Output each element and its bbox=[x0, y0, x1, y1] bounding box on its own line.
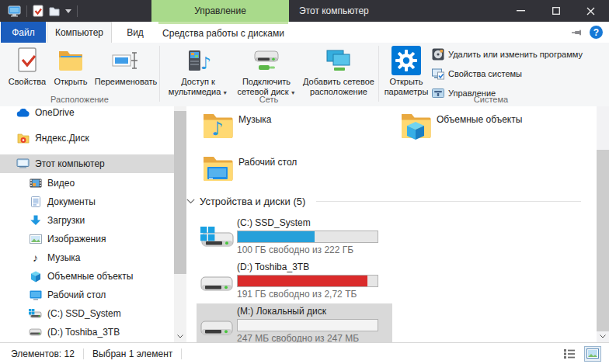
maximize-button[interactable] bbox=[538, 0, 573, 22]
sidebar-scrollbar-thumb[interactable] bbox=[174, 111, 186, 274]
customize-qat-chevron-icon[interactable] bbox=[65, 9, 71, 13]
window-title: Этот компьютер bbox=[299, 0, 369, 22]
system-drive-icon bbox=[197, 215, 237, 258]
properties-icon bbox=[16, 47, 38, 75]
add-network-location-button[interactable]: Добавить сетевое расположение bbox=[301, 47, 376, 97]
yandex-disk-icon bbox=[16, 133, 30, 144]
hard-drive-icon bbox=[197, 259, 237, 302]
capacity-bar-fill bbox=[238, 276, 367, 286]
rename-button[interactable]: Переименовать bbox=[90, 47, 162, 87]
content-scrollbar-thumb[interactable] bbox=[597, 150, 609, 331]
network-group-label: Сеть bbox=[159, 95, 378, 104]
network-drive-icon bbox=[252, 47, 280, 75]
this-pc-icon bbox=[16, 158, 30, 169]
system-properties-button[interactable]: Свойства системы bbox=[432, 68, 522, 80]
drive-tile-d[interactable]: (D:) Toshiba_3TB 191 ГБ свободно из 2,72… bbox=[197, 259, 392, 302]
sidebar-item-3d-objects[interactable]: Объемные объекты bbox=[0, 267, 174, 286]
sidebar-item-yandex-disk[interactable]: Яндекс.Диск bbox=[0, 129, 174, 147]
rename-label: Переименовать bbox=[95, 77, 158, 87]
file-list: ♪ Музыка Объемные объекты Рабочий стол bbox=[186, 106, 597, 342]
main-area: OneDrive Яндекс.Диск Этот компьютер Виде… bbox=[0, 106, 609, 342]
open-settings-button[interactable]: Открыть параметры bbox=[382, 47, 430, 97]
pin-ribbon-icon[interactable] bbox=[572, 29, 582, 36]
help-icon[interactable]: ? bbox=[590, 26, 603, 39]
capacity-bar bbox=[237, 275, 378, 287]
separator bbox=[83, 348, 84, 359]
capacity-bar bbox=[237, 231, 378, 243]
sidebar-item-label: Музыка bbox=[47, 252, 80, 263]
sidebar-item-music[interactable]: ♪ Музыка bbox=[0, 248, 174, 267]
desktop-folder-icon bbox=[197, 151, 238, 185]
system-drive-icon bbox=[29, 309, 42, 319]
sidebar-scrollbar[interactable] bbox=[174, 106, 186, 342]
tab-view[interactable]: Вид bbox=[115, 22, 155, 43]
tab-computer[interactable]: Компьютер bbox=[47, 22, 112, 43]
hard-drive-icon bbox=[197, 303, 237, 342]
this-pc-icon[interactable] bbox=[8, 5, 21, 17]
properties-label: Свойства bbox=[9, 77, 46, 87]
uninstall-program-button[interactable]: Удалить или изменить программу bbox=[432, 48, 583, 61]
media-server-icon: ♪ bbox=[185, 47, 211, 75]
videos-icon bbox=[29, 179, 42, 188]
devices-section-header[interactable]: Устройства и диски (5) bbox=[186, 193, 584, 209]
sidebar-item-documents[interactable]: Документы bbox=[0, 192, 174, 211]
sidebar-item-onedrive[interactable]: OneDrive bbox=[0, 106, 174, 122]
svg-text:♪: ♪ bbox=[200, 54, 211, 73]
open-folder-icon bbox=[57, 47, 84, 75]
sidebar-item-pictures[interactable]: Изображения bbox=[0, 230, 174, 248]
sidebar-item-drive-d[interactable]: (D:) Toshiba_3TB bbox=[0, 323, 174, 341]
desktop-icon bbox=[29, 290, 42, 300]
map-network-drive-button[interactable]: Подключить сетевой диск▼ bbox=[233, 47, 300, 98]
folder-tile-3d-objects[interactable]: Объемные объекты bbox=[395, 108, 589, 145]
system-properties-label: Свойства системы bbox=[448, 69, 522, 78]
sidebar-item-this-pc[interactable]: Этот компьютер bbox=[0, 154, 174, 173]
settings-gear-icon bbox=[392, 47, 421, 75]
sidebar-item-label: Этот компьютер bbox=[35, 158, 105, 169]
status-bar: Элементов: 12 Выбран 1 элемент bbox=[0, 342, 609, 364]
content-scrollbar[interactable] bbox=[597, 106, 609, 342]
folder-tile-desktop[interactable]: Рабочий стол bbox=[197, 151, 391, 188]
details-view-button[interactable] bbox=[561, 346, 578, 362]
open-label: Открыть bbox=[54, 77, 87, 87]
location-group-label: Расположение bbox=[0, 95, 159, 104]
separator bbox=[26, 5, 27, 17]
sidebar-item-desktop[interactable]: Рабочий стол bbox=[0, 286, 174, 304]
close-button[interactable] bbox=[573, 0, 608, 22]
group-separator bbox=[378, 46, 379, 102]
ribbon: Свойства Открыть Переименовать Расположе… bbox=[0, 43, 609, 107]
explorer-window: Управление Этот компьютер Файл Компьютер… bbox=[0, 0, 609, 364]
rename-icon bbox=[112, 47, 140, 75]
selection-count: Выбран 1 элемент bbox=[92, 348, 172, 359]
folder-tile-music[interactable]: ♪ Музыка bbox=[197, 108, 391, 145]
thumbnails-view-button[interactable] bbox=[584, 346, 601, 362]
items-count: Элементов: 12 bbox=[11, 348, 75, 359]
drive-name: (D:) Toshiba_3TB bbox=[237, 262, 378, 273]
sidebar-item-drive-c[interactable]: (C:) SSD_System bbox=[0, 304, 174, 323]
scroll-down-icon[interactable] bbox=[174, 331, 186, 342]
separator bbox=[77, 5, 78, 17]
drive-tile-m[interactable]: (M:) Локальный диск 247 МБ свободно из 2… bbox=[197, 303, 392, 342]
collapse-chevron-icon[interactable] bbox=[186, 199, 195, 204]
new-folder-qat-icon[interactable] bbox=[49, 6, 60, 16]
downloads-icon bbox=[29, 215, 42, 226]
section-divider-line bbox=[316, 201, 581, 202]
properties-qat-icon[interactable] bbox=[33, 5, 44, 17]
drive-name: (C:) SSD_System bbox=[237, 217, 378, 229]
sidebar-item-label: Яндекс.Диск bbox=[35, 133, 89, 144]
open-button[interactable]: Открыть bbox=[50, 47, 92, 87]
sidebar-item-downloads[interactable]: Загрузки bbox=[0, 211, 174, 230]
scroll-down-icon[interactable] bbox=[597, 331, 609, 342]
minimize-button[interactable] bbox=[503, 0, 538, 22]
onedrive-cloud-icon bbox=[16, 109, 30, 117]
sidebar-item-label: (D:) Toshiba_3TB bbox=[47, 327, 120, 338]
tab-file[interactable]: Файл bbox=[1, 22, 46, 43]
music-note-icon: ♪ bbox=[29, 251, 42, 264]
sidebar-item-videos[interactable]: Видео bbox=[0, 174, 174, 192]
sidebar-item-label: (C:) SSD_System bbox=[47, 308, 121, 319]
context-tab-manage[interactable]: Управление bbox=[151, 0, 289, 22]
media-access-button[interactable]: ♪ Доступ к мультимедиа▼ bbox=[165, 47, 231, 98]
drive-tile-c[interactable]: (C:) SSD_System 100 ГБ свободно из 222 Г… bbox=[197, 215, 392, 258]
tab-disk-tools[interactable]: Средства работы с дисками bbox=[158, 22, 288, 43]
properties-button[interactable]: Свойства bbox=[5, 47, 50, 87]
separator bbox=[181, 348, 182, 359]
